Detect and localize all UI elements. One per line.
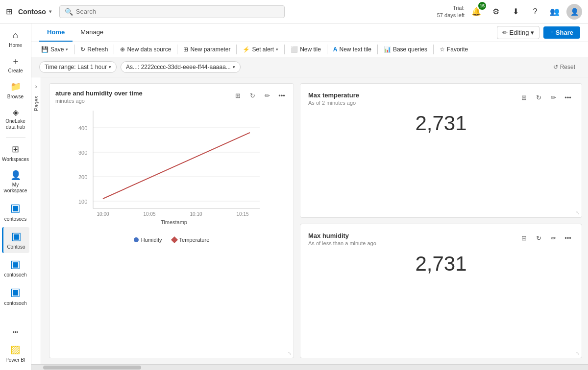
- save-label: Save: [50, 46, 64, 53]
- chart-more-button[interactable]: •••: [276, 90, 288, 101]
- sidebar-item-powerbi[interactable]: ▨ Power BI: [2, 340, 29, 366]
- base-queries-button[interactable]: 📊 Base queries: [380, 44, 431, 55]
- sidebar-item-workspaces[interactable]: ⊞ Workspaces: [2, 141, 29, 165]
- scroll-thumb[interactable]: [43, 366, 141, 370]
- sidebar-item-onelake[interactable]: ◈ OneLake data hub: [2, 105, 29, 133]
- max-temp-resize-handle[interactable]: ⤡: [576, 210, 580, 215]
- max-temp-subtitle: As of 2 minutes ago: [308, 100, 359, 106]
- pages-toggle-button[interactable]: ›: [33, 81, 39, 92]
- time-range-filter[interactable]: Time range: Last 1 hour ▾: [39, 61, 117, 73]
- svg-text:10:05: 10:05: [143, 211, 155, 217]
- refresh-label: Refresh: [87, 46, 108, 53]
- chart-svg: 400 300 200 100: [55, 106, 288, 228]
- max-humidity-edit-button[interactable]: ✏: [547, 232, 559, 244]
- share-button[interactable]: ↑ Share: [543, 26, 580, 39]
- new-tile-label: New tile: [300, 46, 321, 53]
- sidebar-item-contosoeh1[interactable]: ▣ contosoeh: [2, 255, 29, 281]
- new-tile-button[interactable]: ⬜ New tile: [287, 44, 325, 55]
- chart-legend: Humidity Temperature: [55, 237, 288, 243]
- editing-pencil-icon: ✏: [502, 29, 508, 36]
- sidebar-powerbi-label: Power BI: [5, 357, 25, 363]
- max-temp-value: 2,731: [308, 112, 574, 135]
- toolbar-sep-1: [74, 45, 74, 54]
- pages-label: Pages: [33, 96, 39, 111]
- new-text-tile-button[interactable]: A New text tile: [329, 44, 375, 55]
- max-humidity-card: Max humidity As of less than a minute ag…: [300, 224, 582, 358]
- powerbi-icon: ▨: [10, 343, 21, 356]
- max-humidity-grid-button[interactable]: ⊞: [518, 232, 530, 244]
- toolbar: 💾 Save ▾ ↻ Refresh ⊕ New data source ⊞ N…: [31, 42, 588, 57]
- sidebar-item-home[interactable]: ⌂ Home: [2, 27, 29, 51]
- contoso-icon: ▣: [11, 230, 22, 243]
- topbar: ⊞ Contoso ▾ 🔍 Trial: 57 days left 🔔 15 ⚙…: [0, 0, 588, 23]
- chart-resize-handle[interactable]: ⤡: [288, 350, 292, 356]
- sidebar-item-contoso[interactable]: ▣ Contoso: [2, 227, 29, 253]
- chart-grid-button[interactable]: ⊞: [232, 90, 244, 101]
- avatar[interactable]: 👤: [566, 4, 582, 20]
- base-queries-label: Base queries: [393, 46, 427, 53]
- save-button[interactable]: 💾 Save ▾: [37, 44, 72, 55]
- help-button[interactable]: ?: [527, 4, 543, 20]
- asset-caret-icon: ▾: [233, 65, 235, 69]
- tabs: Home Manage: [39, 23, 111, 42]
- sidebar-item-create[interactable]: ＋ Create: [2, 53, 29, 77]
- max-humidity-resize-handle[interactable]: ⤡: [576, 350, 580, 356]
- set-alert-button[interactable]: ⚡ Set alert ▾: [239, 44, 282, 55]
- workspace-selector[interactable]: Contoso ▾: [18, 8, 51, 16]
- notification-button[interactable]: 🔔 15: [468, 4, 484, 20]
- max-temp-grid-button[interactable]: ⊞: [518, 92, 530, 103]
- max-temp-more-button[interactable]: •••: [562, 92, 574, 103]
- sidebar-item-myworkspace[interactable]: 👤 My workspace: [2, 167, 29, 197]
- legend-temperature: Temperature: [172, 237, 210, 243]
- sidebar-item-contosoeh2-label: contosoeh: [4, 301, 26, 306]
- chart-edit-button[interactable]: ✏: [261, 90, 273, 101]
- chart-card-title-area: ature and humidity over time minutes ago: [55, 90, 143, 104]
- new-datasource-button[interactable]: ⊕ New data source: [116, 44, 175, 55]
- base-queries-icon: 📊: [384, 46, 391, 53]
- max-temp-refresh-button[interactable]: ↻: [533, 92, 544, 103]
- asset-label: As...: 2222cccc-33dd-eeee-ff44-aaaaa...: [126, 64, 231, 70]
- refresh-button[interactable]: ↻ Refresh: [76, 44, 112, 55]
- apps-icon[interactable]: ⊞: [6, 7, 12, 16]
- new-parameter-label: New parameter: [190, 46, 230, 53]
- settings-button[interactable]: ⚙: [488, 4, 504, 20]
- share-label: Share: [556, 29, 573, 36]
- max-humidity-refresh-button[interactable]: ↻: [533, 232, 544, 244]
- sidebar-divider-1: [6, 137, 25, 138]
- notification-count: 15: [478, 2, 486, 10]
- chart-card: ature and humidity over time minutes ago…: [49, 83, 294, 358]
- browse-icon: 📁: [10, 82, 21, 92]
- editing-button[interactable]: ✏ Editing ▾: [497, 26, 540, 39]
- search-icon: 🔍: [65, 8, 73, 16]
- max-humidity-card-actions: ⊞ ↻ ✏ •••: [518, 232, 574, 244]
- svg-text:10:15: 10:15: [236, 211, 248, 217]
- sidebar-item-contosoeh1-label: contosoeh: [4, 272, 26, 278]
- share-people-button[interactable]: 👥: [547, 4, 563, 20]
- download-button[interactable]: ⬇: [508, 4, 523, 20]
- sidebar-item-browse[interactable]: 📁 Browse: [2, 79, 29, 103]
- favorite-button[interactable]: ☆ Favorite: [436, 44, 472, 55]
- tab-actions: ✏ Editing ▾ ↑ Share: [497, 26, 580, 39]
- sidebar-item-contosoeh2[interactable]: ▣ contosoeh: [2, 283, 29, 309]
- max-temp-edit-button[interactable]: ✏: [547, 92, 559, 103]
- more-icon: •••: [13, 329, 18, 335]
- sidebar-item-create-label: Create: [8, 68, 23, 74]
- time-range-label: Time range: Last 1 hour: [45, 64, 107, 70]
- svg-text:Timestamp: Timestamp: [161, 219, 187, 225]
- max-humidity-more-button[interactable]: •••: [562, 232, 574, 244]
- horizontal-scrollbar[interactable]: [31, 364, 588, 370]
- chart-refresh-button[interactable]: ↻: [246, 90, 258, 101]
- sidebar-more-button[interactable]: •••: [2, 326, 29, 338]
- search-box[interactable]: 🔍: [59, 5, 285, 18]
- tab-home[interactable]: Home: [39, 23, 73, 42]
- new-parameter-button[interactable]: ⊞ New parameter: [179, 44, 234, 55]
- toolbar-sep-6: [327, 45, 327, 54]
- chart-area: 400 300 200 100: [55, 106, 288, 233]
- sidebar-item-home-label: Home: [9, 43, 22, 48]
- reset-button[interactable]: ↺ Reset: [548, 62, 580, 72]
- tab-manage[interactable]: Manage: [73, 23, 111, 42]
- reset-icon: ↺: [553, 64, 558, 70]
- asset-filter[interactable]: As...: 2222cccc-33dd-eeee-ff44-aaaaa... …: [121, 61, 241, 73]
- sidebar-item-contosoes[interactable]: ▣ contosoes: [2, 199, 29, 225]
- search-input[interactable]: [76, 8, 279, 15]
